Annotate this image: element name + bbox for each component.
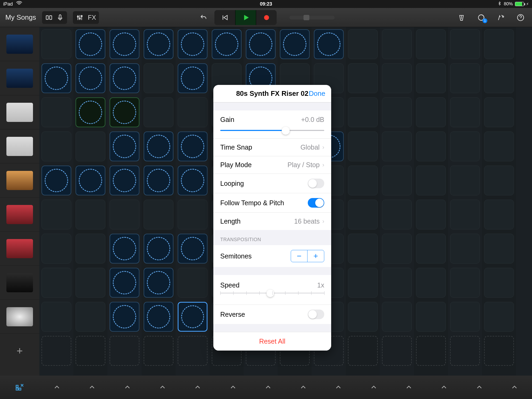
- loop-cell[interactable]: [450, 29, 480, 59]
- column-trigger[interactable]: [180, 384, 215, 391]
- loop-cell[interactable]: [348, 166, 378, 195]
- loop-cell[interactable]: [416, 268, 446, 298]
- loop-cell[interactable]: [450, 200, 480, 229]
- loop-cell[interactable]: [450, 166, 480, 195]
- loop-cell[interactable]: [76, 336, 105, 366]
- loop-cell[interactable]: [110, 200, 139, 229]
- loop-cell[interactable]: [450, 97, 480, 127]
- track-header-7[interactable]: [0, 266, 39, 300]
- done-button[interactable]: Done: [309, 89, 325, 98]
- loop-cell[interactable]: [382, 166, 412, 195]
- loop-cell[interactable]: [41, 29, 71, 59]
- loop-cell[interactable]: [110, 131, 139, 161]
- loop-cell[interactable]: [110, 336, 139, 366]
- loop-cell[interactable]: [484, 268, 514, 298]
- loop-cell[interactable]: [382, 336, 412, 366]
- loop-browser-button[interactable]: 1: [475, 11, 487, 24]
- loop-cell[interactable]: [41, 234, 71, 264]
- loop-cell[interactable]: [76, 302, 105, 332]
- column-trigger[interactable]: [145, 384, 180, 391]
- semitones-plus[interactable]: +: [307, 250, 324, 262]
- loop-cell[interactable]: [178, 200, 207, 229]
- reset-all-button[interactable]: Reset All: [213, 332, 331, 351]
- loop-cell[interactable]: [110, 268, 139, 298]
- loop-cell[interactable]: [484, 97, 514, 127]
- track-header-3[interactable]: [0, 129, 39, 163]
- track-header-1[interactable]: [0, 61, 39, 95]
- loop-cell[interactable]: [416, 302, 446, 332]
- loop-cell[interactable]: [110, 166, 139, 195]
- loop-cell[interactable]: [246, 29, 276, 59]
- loop-cell[interactable]: [144, 63, 173, 93]
- column-trigger[interactable]: [321, 384, 356, 391]
- loop-cell[interactable]: [484, 234, 514, 264]
- loop-cell[interactable]: [382, 268, 412, 298]
- loop-cell[interactable]: [76, 234, 105, 264]
- loop-cell[interactable]: [41, 268, 71, 298]
- loop-cell[interactable]: [76, 29, 105, 59]
- loop-cell[interactable]: [144, 166, 173, 195]
- play-mode-row[interactable]: Play Mode Play / Stop›: [213, 156, 331, 174]
- loop-cell[interactable]: [348, 200, 378, 229]
- loop-cell[interactable]: [382, 63, 412, 93]
- track-header-5[interactable]: [0, 198, 39, 232]
- column-trigger[interactable]: [356, 384, 391, 391]
- loop-cell[interactable]: [144, 234, 173, 264]
- loop-cell[interactable]: [178, 63, 207, 93]
- loop-cell[interactable]: [144, 97, 173, 127]
- semitones-minus[interactable]: −: [291, 250, 307, 262]
- column-trigger[interactable]: [251, 384, 286, 391]
- loop-cell[interactable]: [144, 131, 173, 161]
- loop-cell[interactable]: [348, 268, 378, 298]
- loop-cell[interactable]: [484, 200, 514, 229]
- track-header-8[interactable]: [0, 300, 39, 334]
- loop-cell[interactable]: [178, 97, 207, 127]
- loop-cell[interactable]: [348, 302, 378, 332]
- metronome-icon[interactable]: [455, 11, 468, 24]
- loop-cell[interactable]: [41, 200, 71, 229]
- loop-cell[interactable]: [450, 336, 480, 366]
- column-trigger[interactable]: [39, 384, 74, 391]
- looping-switch[interactable]: [308, 179, 324, 188]
- loop-cell[interactable]: [450, 131, 480, 161]
- loop-cell[interactable]: [450, 63, 480, 93]
- loop-cell[interactable]: [348, 131, 378, 161]
- position-slider[interactable]: [289, 16, 335, 19]
- loop-cell[interactable]: [416, 200, 446, 229]
- help-icon[interactable]: [514, 11, 527, 24]
- loop-cell[interactable]: [110, 234, 139, 264]
- loop-cell[interactable]: [416, 234, 446, 264]
- loop-cell[interactable]: [178, 166, 207, 195]
- track-header-6[interactable]: [0, 232, 39, 266]
- loop-cell[interactable]: [76, 200, 105, 229]
- column-trigger[interactable]: [426, 384, 462, 391]
- loop-cell[interactable]: [416, 131, 446, 161]
- loop-cell[interactable]: [41, 131, 71, 161]
- mixer-icon[interactable]: [74, 12, 85, 23]
- play-button[interactable]: [235, 10, 256, 25]
- loop-cell[interactable]: [416, 97, 446, 127]
- loop-cell[interactable]: [76, 63, 105, 93]
- loop-cell[interactable]: [484, 131, 514, 161]
- loop-cell[interactable]: [110, 302, 139, 332]
- loop-cell[interactable]: [348, 63, 378, 93]
- loop-cell[interactable]: [416, 29, 446, 59]
- loop-cell[interactable]: [144, 302, 173, 332]
- session-icon[interactable]: [0, 382, 39, 392]
- mic-icon[interactable]: [55, 12, 65, 23]
- track-header-4[interactable]: [0, 163, 39, 198]
- loop-cell[interactable]: [41, 302, 71, 332]
- settings-icon[interactable]: [495, 11, 507, 24]
- loop-cell[interactable]: [144, 200, 173, 229]
- reverse-switch[interactable]: [308, 310, 324, 319]
- loop-cell[interactable]: [178, 268, 207, 298]
- my-songs-button[interactable]: My Songs: [5, 13, 36, 22]
- rewind-button[interactable]: [214, 10, 235, 25]
- speed-slider[interactable]: [220, 290, 324, 298]
- undo-button[interactable]: [197, 11, 210, 24]
- loop-cell[interactable]: [450, 268, 480, 298]
- loop-cell[interactable]: [348, 29, 378, 59]
- loop-cell[interactable]: [416, 63, 446, 93]
- loop-cell[interactable]: [144, 29, 173, 59]
- loop-cell[interactable]: [110, 63, 139, 93]
